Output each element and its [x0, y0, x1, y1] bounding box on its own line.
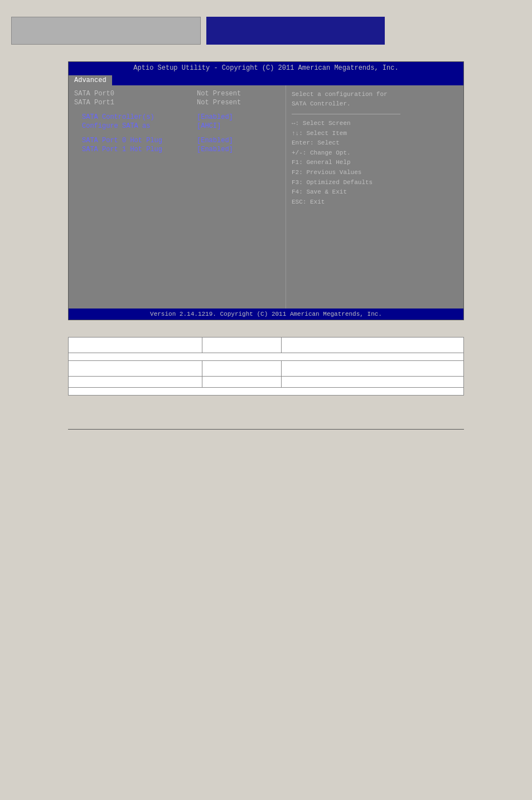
- bios-row-sata-port1: SATA Port1 Not Present: [74, 99, 280, 107]
- nav-f4-save: F4: Save & Exit: [292, 187, 400, 197]
- table-row-4: [69, 377, 464, 388]
- bios-row-configure-sata[interactable]: Configure SATA as [AHCI]: [74, 122, 280, 130]
- table-cell-4-3: [281, 377, 463, 388]
- nav-select-item: ↑↓: Select Item: [292, 129, 400, 139]
- nav-f1-help: F1: General Help: [292, 158, 400, 168]
- bios-body: SATA Port0 Not Present SATA Port1 Not Pr…: [69, 85, 463, 309]
- nav-change-opt: +/-: Change Opt.: [292, 148, 400, 158]
- bios-help-divider: [292, 114, 400, 114]
- nav-enter-select: Enter: Select: [292, 138, 400, 148]
- bottom-divider: [68, 429, 464, 430]
- bios-title-bar: Aptio Setup Utility - Copyright (C) 2011…: [69, 62, 463, 74]
- sata-controllers-label: SATA Controller(s): [74, 113, 197, 121]
- bios-footer-text: Version 2.14.1219. Copyright (C) 2011 Am…: [150, 311, 382, 317]
- table-row-2: [69, 353, 464, 361]
- table-cell-3-1: [69, 361, 202, 377]
- sata-port0-label: SATA Port0: [74, 90, 197, 98]
- bios-settings-panel: SATA Port0 Not Present SATA Port1 Not Pr…: [69, 85, 286, 309]
- configure-sata-label: Configure SATA as: [74, 122, 197, 130]
- bios-spacer-2: [74, 131, 280, 137]
- bios-footer: Version 2.14.1219. Copyright (C) 2011 Am…: [69, 309, 463, 320]
- table-cell-1-2: [202, 338, 281, 353]
- sata-port0-hotplug-label: SATA Port 0 Hot Plug: [74, 137, 197, 144]
- bios-nav-help: ↔: Select Screen ↑↓: Select Item Enter: …: [292, 119, 400, 207]
- nav-f2-prev: F2: Previous Values: [292, 168, 400, 178]
- table-cell-full-2: [69, 388, 464, 396]
- sata-port1-value: Not Present: [197, 99, 241, 107]
- bios-row-sata-port0-hotplug[interactable]: SATA Port 0 Hot Plug [Enabled]: [74, 137, 280, 144]
- header-right-panel: [206, 17, 385, 45]
- top-header: [11, 17, 521, 45]
- bios-tab-advanced[interactable]: Advanced: [69, 75, 112, 85]
- bios-tab-bar: Advanced: [69, 74, 463, 85]
- table-cell-3-2: [202, 361, 281, 377]
- table-cell-4-1: [69, 377, 202, 388]
- sata-port0-value: Not Present: [197, 90, 241, 98]
- nav-f3-opt: F3: Optimized Defaults: [292, 178, 400, 188]
- bios-screen: Aptio Setup Utility - Copyright (C) 2011…: [68, 61, 464, 320]
- sata-port1-label: SATA Port1: [74, 99, 197, 107]
- bottom-table: [68, 337, 464, 396]
- table-cell-3-3: [281, 361, 463, 377]
- bios-row-sata-port0: SATA Port0 Not Present: [74, 90, 280, 98]
- bios-title: Aptio Setup Utility - Copyright (C) 2011…: [133, 64, 398, 72]
- table-row-1: [69, 338, 464, 353]
- nav-esc-exit: ESC: Exit: [292, 197, 400, 208]
- header-left-panel: [11, 17, 201, 45]
- bios-spacer-1: [74, 108, 280, 113]
- bios-help-panel: Select a configuration forSATA Controlle…: [286, 85, 406, 309]
- bios-description: Select a configuration forSATA Controlle…: [292, 90, 400, 108]
- table-cell-1-3: [281, 338, 463, 353]
- sata-port0-hotplug-value: [Enabled]: [197, 137, 233, 144]
- configure-sata-value: [AHCI]: [197, 122, 221, 130]
- table-row-3: [69, 361, 464, 377]
- table-cell-full-1: [69, 353, 464, 361]
- sata-port1-hotplug-label: SATA Port 1 Hot Plug: [74, 146, 197, 153]
- table-cell-4-2: [202, 377, 281, 388]
- sata-port1-hotplug-value: [Enabled]: [197, 146, 233, 153]
- sata-controllers-value: [Enabled]: [197, 113, 233, 121]
- bios-row-sata-port1-hotplug[interactable]: SATA Port 1 Hot Plug [Enabled]: [74, 146, 280, 153]
- bios-row-sata-controllers[interactable]: SATA Controller(s) [Enabled]: [74, 113, 280, 121]
- table-cell-1-1: [69, 338, 202, 353]
- table-row-5: [69, 388, 464, 396]
- nav-select-screen: ↔: Select Screen: [292, 119, 400, 129]
- page-wrapper: Aptio Setup Utility - Copyright (C) 2011…: [0, 0, 532, 800]
